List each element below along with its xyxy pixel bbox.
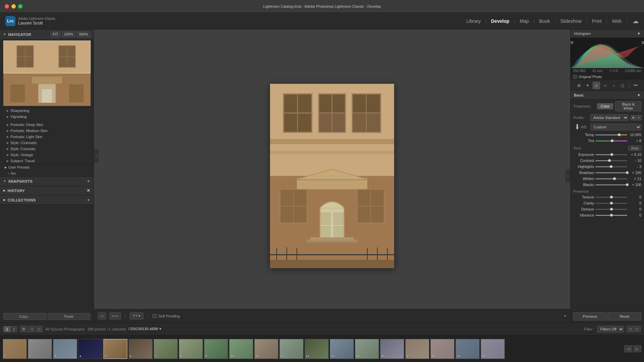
bw-button[interactable]: Black & White (615, 101, 641, 111)
grid-view-button[interactable]: ⊞ (20, 326, 27, 332)
profile-select[interactable]: Adobe Standard (590, 114, 629, 121)
reset-button[interactable]: Reset (608, 312, 642, 320)
film-thumb-16[interactable]: 16 (380, 339, 404, 359)
film-thumb-19[interactable]: 19 (455, 339, 480, 359)
fit-button[interactable]: FIT (51, 32, 60, 37)
hsl-tool[interactable]: ◻ (619, 82, 626, 89)
shadows-thumb[interactable] (626, 171, 629, 174)
color-button[interactable]: Color (597, 103, 613, 109)
original-photo-checkbox[interactable] (573, 75, 577, 79)
texture-thumb[interactable] (610, 196, 613, 198)
view-1-button[interactable]: 1 (4, 326, 10, 332)
highlights-slider[interactable] (595, 166, 627, 167)
nav-web[interactable]: Web (609, 17, 625, 25)
cloud-icon[interactable]: ☁ (633, 17, 639, 25)
previous-button[interactable]: Previous (573, 312, 607, 320)
nav-book[interactable]: Book (536, 17, 552, 25)
soft-proofing-toggle[interactable]: Soft Proofing (153, 314, 180, 318)
film-thumb-3[interactable]: 3 (53, 339, 77, 359)
right-panel-collapse-tab[interactable]: › (566, 169, 570, 183)
shadows-slider[interactable] (595, 172, 627, 173)
temp-slider[interactable] (595, 134, 627, 135)
yy-button[interactable]: YY ▾ (130, 312, 144, 319)
crop-tool[interactable]: ⊞ (575, 82, 583, 89)
filmstrip-end-right[interactable]: ▷ (634, 326, 641, 332)
dehaze-slider[interactable] (595, 209, 627, 210)
history-header[interactable]: ▶ History ✕ (0, 186, 94, 195)
wb-eyedropper[interactable] (574, 123, 581, 131)
preset-vignetting[interactable]: ▶ Vignetting (0, 114, 94, 120)
film-thumb-2[interactable]: 2 (28, 339, 52, 359)
single-view-button[interactable]: ▭ (98, 312, 106, 319)
more-tool[interactable]: ••• (632, 82, 639, 89)
vibrance-thumb[interactable] (610, 214, 613, 217)
whites-thumb[interactable] (613, 177, 616, 180)
wb-select[interactable]: Custom (591, 124, 641, 130)
snapshots-header[interactable]: ▼ Snapshots ＋ (0, 177, 94, 186)
histogram-header[interactable]: Histogram ▼ (571, 29, 644, 38)
nav-slideshow[interactable]: Slideshow (557, 17, 584, 25)
basic-header[interactable]: Basic ▼ (571, 91, 644, 100)
nav-develop[interactable]: Develop (488, 17, 512, 25)
auto-tone-button[interactable]: Auto (628, 145, 641, 151)
grid-view-icon[interactable]: ⊞ (631, 115, 636, 120)
texture-slider[interactable] (595, 197, 627, 198)
paste-button[interactable]: Paste (48, 313, 91, 320)
clarity-thumb[interactable] (610, 202, 613, 204)
whites-slider[interactable] (595, 178, 627, 179)
film-thumb-20[interactable]: 20 (481, 339, 505, 359)
dehaze-thumb[interactable] (610, 208, 613, 210)
tint-thumb[interactable] (611, 139, 613, 142)
list-view-icon[interactable]: ≡ (636, 115, 641, 120)
film-thumb-11[interactable]: 11 (254, 339, 278, 359)
film-thumb-1[interactable]: 1 (3, 339, 27, 359)
collections-header[interactable]: ▶ Collections ＋ (0, 195, 94, 204)
contrast-thumb[interactable] (608, 159, 611, 162)
film-thumb-18[interactable]: 18 (430, 339, 454, 359)
preset-portraits-deep[interactable]: ▶ Portraits: Deep Skin (0, 122, 94, 128)
copy-button[interactable]: Copy... (3, 313, 46, 320)
filter-select[interactable]: Filters Off (597, 326, 624, 333)
filmstrip-nav-next[interactable]: ▷ (36, 326, 43, 332)
exposure-thumb[interactable] (610, 153, 613, 156)
highlights-thumb[interactable] (610, 165, 612, 168)
user-presets-header[interactable]: ▶ User Presets (0, 164, 94, 170)
compare-view-button[interactable]: ▭▭ (109, 312, 121, 319)
film-thumb-5[interactable]: 5 (103, 339, 127, 359)
film-thumb-14[interactable]: 14 (330, 339, 354, 359)
preset-portraits-light[interactable]: ▶ Portraits: Light Skin (0, 134, 94, 140)
maximize-button[interactable] (18, 4, 22, 8)
filmstrip-end-left[interactable]: ◁ (627, 326, 633, 332)
clear-history-button[interactable]: ✕ (87, 188, 91, 193)
tint-slider[interactable] (595, 140, 627, 141)
preset-futuristic[interactable]: ▶ Style: Futuristic (0, 146, 94, 152)
left-panel-collapse-tab[interactable]: ‹ (94, 149, 99, 163)
graduated-filter-tool[interactable]: ▱ (601, 82, 609, 89)
vibrance-slider[interactable] (595, 215, 627, 216)
preset-vintage[interactable]: ▶ Style: Vintage (0, 152, 94, 158)
film-thumb-13[interactable]: 13 (305, 339, 329, 359)
adjustment-brush-tool[interactable]: ○ (610, 82, 618, 89)
nav-library[interactable]: Library (464, 17, 483, 25)
temp-thumb[interactable] (618, 133, 621, 136)
clarity-slider[interactable] (595, 203, 627, 204)
preset-cinematic[interactable]: ▶ Style: Cinematic (0, 140, 94, 146)
active-filename[interactable]: / DSC00130.ARW ▾ (128, 327, 161, 331)
add-collection-button[interactable]: ＋ (87, 197, 91, 202)
zoom-100-button[interactable]: 100% (62, 32, 75, 37)
preset-sharpening[interactable]: ▶ Sharpening (0, 108, 94, 114)
user-preset-fox[interactable]: ▪ fox (0, 170, 94, 176)
filmstrip-scroll-left[interactable]: ◁ (624, 345, 632, 352)
film-thumb-12[interactable]: 12 (279, 339, 304, 359)
zoom-300-button[interactable]: 300% (77, 32, 90, 37)
film-thumb-4[interactable]: 4 (78, 339, 102, 359)
view-2-button[interactable]: 2 (10, 326, 17, 332)
film-thumb-15[interactable]: 15 (355, 339, 379, 359)
contrast-slider[interactable] (595, 160, 627, 161)
close-button[interactable] (5, 4, 9, 8)
blacks-slider[interactable] (595, 184, 627, 185)
film-thumb-10[interactable]: 10 (229, 339, 253, 359)
blacks-thumb[interactable] (626, 183, 629, 186)
film-thumb-17[interactable]: 17 (405, 339, 429, 359)
heal-tool[interactable]: ✦ (584, 82, 591, 89)
